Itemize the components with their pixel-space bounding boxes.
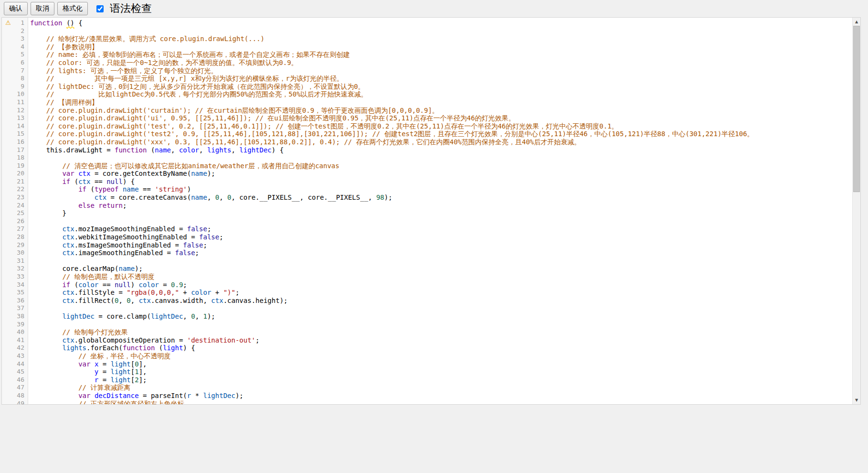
code-line[interactable]: 22 if (typeof name == 'string') [2, 185, 852, 194]
code-line[interactable]: 4 // 【参数说明】 [2, 43, 852, 51]
code-line-text[interactable]: // 坐标，半径，中心不透明度 [28, 352, 852, 360]
code-line-text[interactable]: } [28, 209, 852, 217]
code-line[interactable]: 10 // 比如lightDec为0.5代表，每个灯光部分内圈50%的范围全亮，… [2, 90, 852, 98]
code-line-text[interactable] [28, 304, 852, 312]
code-line[interactable]: 47 // 计算衰减距离 [2, 384, 852, 392]
code-line-text[interactable] [28, 321, 852, 329]
code-line-text[interactable]: core.clearMap(name); [28, 265, 852, 273]
code-line[interactable]: 18 [2, 154, 852, 162]
code-line-text[interactable]: // core.plugin.drawLight('ui', 0.95, [[2… [28, 114, 852, 122]
code-line[interactable]: 13 // core.plugin.drawLight('ui', 0.95, … [2, 114, 852, 122]
confirm-button[interactable]: 确认 [4, 2, 28, 15]
code-editor[interactable]: ⚠1function () {23 // 绘制灯光/漆黑层效果。调用方式 cor… [1, 17, 861, 405]
code-line[interactable]: 8 // 其中每一项是三元组 [x,y,r] x和y分别为该灯光的横纵坐标，r为… [2, 75, 852, 83]
code-line-text[interactable]: ctx.fillStyle = "rgba(0,0,0," + color + … [28, 289, 852, 297]
code-line-text[interactable]: ctx.webkitImageSmoothingEnabled = false; [28, 233, 852, 241]
code-line-text[interactable]: // lights: 可选，一个数组，定义了每个独立的灯光。 [28, 67, 852, 75]
vertical-scrollbar[interactable]: ▲ ▼ [852, 18, 860, 404]
code-line-text[interactable]: ctx.fillRect(0, 0, ctx.canvas.width, ctx… [28, 297, 852, 305]
scroll-down-arrow-icon[interactable]: ▼ [853, 396, 860, 404]
code-line-text[interactable]: // core.plugin.drawLight('test', 0.2, [[… [28, 122, 852, 130]
code-line-text[interactable]: // 比如lightDec为0.5代表，每个灯光部分内圈50%的范围全亮，50%… [28, 90, 852, 98]
code-line[interactable]: 34 if (color == null) color = 0.9; [2, 281, 852, 289]
code-line-text[interactable]: ctx.mozImageSmoothingEnabled = false; [28, 225, 852, 233]
code-line[interactable]: 19 // 清空色调层；也可以修改成其它层比如animate/weather层，… [2, 162, 852, 170]
code-line-text[interactable]: // 清空色调层；也可以修改成其它层比如animate/weather层，或者用… [28, 162, 852, 170]
code-line[interactable]: 32 core.clearMap(name); [2, 265, 852, 273]
code-line[interactable]: 43 // 坐标，半径，中心不透明度 [2, 352, 852, 360]
code-line[interactable]: 45 y = light[1], [2, 368, 852, 376]
code-line-text[interactable]: // core.plugin.drawLight('xxx', 0.3, [[2… [28, 138, 852, 146]
code-line-text[interactable]: if (typeof name == 'string') [28, 185, 852, 194]
syntax-check-label[interactable]: 语法检查 [110, 1, 152, 16]
code-line[interactable]: 36 ctx.fillRect(0, 0, ctx.canvas.width, … [2, 297, 852, 305]
format-button[interactable]: 格式化 [57, 2, 88, 15]
code-line-text[interactable]: // 绘制灯光/漆黑层效果。调用方式 core.plugin.drawLight… [28, 35, 852, 43]
code-line[interactable]: 7 // lights: 可选，一个数组，定义了每个独立的灯光。 [2, 67, 852, 75]
code-line-text[interactable] [28, 27, 852, 35]
code-line[interactable]: 12 // core.plugin.drawLight('curtain'); … [2, 107, 852, 115]
code-line[interactable]: 28 ctx.webkitImageSmoothingEnabled = fal… [2, 233, 852, 241]
code-line[interactable]: 30 ctx.imageSmoothingEnabled = false; [2, 249, 852, 257]
code-line-text[interactable]: this.drawLight = function (name, color, … [28, 146, 852, 154]
code-line-text[interactable]: ctx.imageSmoothingEnabled = false; [28, 249, 852, 257]
code-line-text[interactable]: ctx.msImageSmoothingEnabled = false; [28, 241, 852, 249]
scroll-up-arrow-icon[interactable]: ▲ [853, 18, 860, 26]
code-line-text[interactable]: // 其中每一项是三元组 [x,y,r] x和y分别为该灯光的横纵坐标，r为该灯… [28, 75, 852, 83]
code-line[interactable]: 24 else return; [2, 202, 852, 210]
code-line-text[interactable]: var ctx = core.getContextByName(name); [28, 170, 852, 178]
code-line[interactable]: 33 // 绘制色调层，默认不透明度 [2, 273, 852, 281]
code-line-text[interactable]: var decDistance = parseInt(r * lightDec)… [28, 392, 852, 400]
code-line-text[interactable]: // 计算衰减距离 [28, 384, 852, 392]
code-line[interactable]: ⚠1function () { [2, 19, 852, 27]
code-line-text[interactable]: ctx.globalCompositeOperation = 'destinat… [28, 336, 852, 344]
code-line[interactable]: 2 [2, 27, 852, 35]
code-line[interactable]: 6 // color: 可选，只能是一个0~1之间的数，为不透明度的值。不填则默… [2, 59, 852, 67]
code-line[interactable]: 11 // 【调用样例】 [2, 98, 852, 107]
code-line[interactable]: 42 lights.forEach(function (light) { [2, 344, 852, 352]
code-line-text[interactable]: if (color == null) color = 0.9; [28, 281, 852, 289]
code-line[interactable]: 49 // 正方形区域的直径和左上角坐标 [2, 400, 852, 405]
code-line-text[interactable]: // 绘制色调层，默认不透明度 [28, 273, 852, 281]
code-line-text[interactable]: ctx = core.createCanvas(name, 0, 0, core… [28, 194, 852, 202]
code-line-text[interactable] [28, 217, 852, 226]
code-line-text[interactable] [28, 257, 852, 265]
code-line[interactable]: 35 ctx.fillStyle = "rgba(0,0,0," + color… [2, 289, 852, 297]
code-line-text[interactable]: var x = light[0], [28, 360, 852, 368]
code-line[interactable]: 20 var ctx = core.getContextByName(name)… [2, 170, 852, 178]
code-line[interactable]: 3 // 绘制灯光/漆黑层效果。调用方式 core.plugin.drawLig… [2, 35, 852, 43]
scrollbar-thumb[interactable] [853, 26, 860, 192]
code-line[interactable]: 39 [2, 321, 852, 329]
code-line-text[interactable]: // name: 必填，要绘制到的画布名；可以是一个系统画布，或者是个自定义画布… [28, 51, 852, 59]
code-line[interactable]: 40 // 绘制每个灯光效果 [2, 328, 852, 336]
code-line[interactable]: 48 var decDistance = parseInt(r * lightD… [2, 392, 852, 400]
code-line-text[interactable]: // core.plugin.drawLight('curtain'); // … [28, 107, 852, 115]
code-line[interactable]: 31 [2, 257, 852, 265]
code-line-text[interactable]: // 正方形区域的直径和左上角坐标 [28, 400, 852, 405]
code-line[interactable]: 25 } [2, 209, 852, 217]
code-line[interactable]: 37 [2, 304, 852, 312]
syntax-check-checkbox[interactable] [96, 5, 104, 12]
code-line[interactable]: 26 [2, 217, 852, 226]
code-line-text[interactable] [28, 154, 852, 162]
code-line-text[interactable]: lights.forEach(function (light) { [28, 344, 852, 352]
code-line-text[interactable]: y = light[1], [28, 368, 852, 376]
code-line[interactable]: 38 lightDec = core.clamp(lightDec, 0, 1)… [2, 312, 852, 321]
code-line[interactable]: 9 // lightDec: 可选，0到1之间，光从多少百分比才开始衰减（在此范… [2, 83, 852, 91]
code-line[interactable]: 5 // name: 必填，要绘制到的画布名；可以是一个系统画布，或者是个自定义… [2, 51, 852, 59]
code-line[interactable]: 17 this.drawLight = function (name, colo… [2, 146, 852, 154]
code-line[interactable]: 41 ctx.globalCompositeOperation = 'desti… [2, 336, 852, 344]
code-line[interactable]: 21 if (ctx == null) { [2, 178, 852, 186]
code-line-text[interactable]: function () { [28, 19, 852, 27]
code-line-text[interactable]: // core.plugin.drawLight('test2', 0.9, [… [28, 130, 852, 138]
code-line-text[interactable]: if (ctx == null) { [28, 178, 852, 186]
code-line-text[interactable]: // 【参数说明】 [28, 43, 852, 51]
code-line[interactable]: 44 var x = light[0], [2, 360, 852, 368]
code-line-text[interactable]: // color: 可选，只能是一个0~1之间的数，为不透明度的值。不填则默认为… [28, 59, 852, 67]
code-line-text[interactable]: lightDec = core.clamp(lightDec, 0, 1); [28, 312, 852, 321]
code-line-text[interactable]: // 【调用样例】 [28, 98, 852, 107]
code-line[interactable]: 27 ctx.mozImageSmoothingEnabled = false; [2, 225, 852, 233]
code-line-text[interactable]: else return; [28, 202, 852, 210]
code-lines[interactable]: ⚠1function () {23 // 绘制灯光/漆黑层效果。调用方式 cor… [2, 18, 852, 404]
code-line[interactable]: 23 ctx = core.createCanvas(name, 0, 0, c… [2, 194, 852, 202]
